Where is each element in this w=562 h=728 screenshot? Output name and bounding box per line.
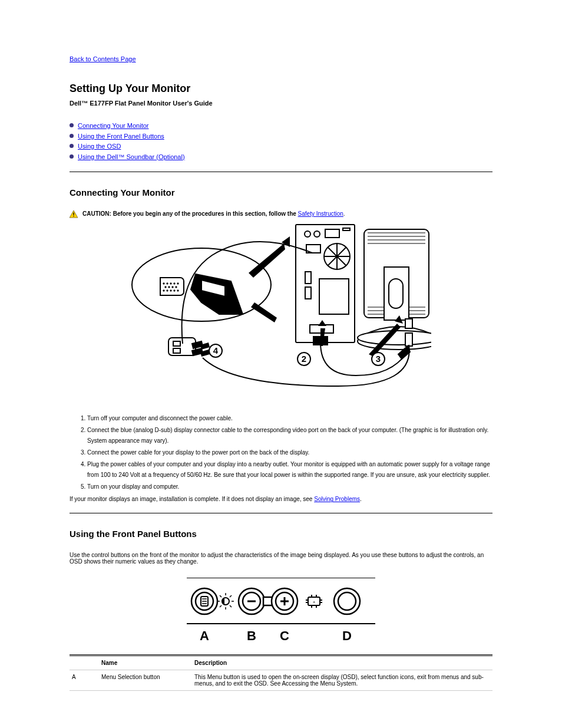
svg-point-37: [177, 283, 178, 284]
solving-problems-link[interactable]: Solving Problems: [314, 496, 360, 502]
svg-point-38: [165, 286, 166, 288]
callout-4: 4: [213, 345, 219, 355]
svg-rect-2: [73, 216, 74, 216]
svg-point-41: [176, 286, 177, 288]
svg-rect-54: [173, 348, 180, 353]
svg-point-102: [338, 592, 356, 610]
panel-label-d: D: [342, 628, 352, 643]
row-desc: This Menu button is used to open the on-…: [192, 670, 492, 691]
svg-rect-31: [405, 333, 412, 346]
svg-rect-7: [343, 228, 350, 230]
svg-point-4: [305, 231, 310, 237]
divider: [70, 513, 492, 513]
after-steps-line: If your monitor displays an image, insta…: [70, 496, 492, 502]
svg-line-82: [220, 605, 222, 607]
svg-point-39: [168, 286, 170, 288]
svg-line-81: [230, 605, 232, 607]
th-name: Name: [99, 655, 192, 670]
svg-point-34: [167, 283, 168, 284]
svg-point-33: [163, 283, 164, 284]
caution-text: CAUTION: Before you begin any of the pro…: [82, 210, 345, 217]
callout-2: 2: [302, 354, 306, 364]
front-panel-note: Use the control buttons on the front of …: [70, 552, 492, 565]
back-to-contents-link[interactable]: Back to Contents Page: [70, 55, 136, 62]
svg-rect-15: [305, 287, 311, 299]
caution-row: CAUTION: Before you begin any of the pro…: [70, 210, 492, 218]
svg-line-83: [230, 595, 232, 597]
row-key: A: [70, 670, 99, 691]
svg-rect-30: [405, 319, 412, 328]
svg-line-84: [220, 595, 222, 597]
svg-point-44: [170, 290, 171, 291]
th-key: [70, 655, 99, 670]
svg-point-42: [163, 290, 164, 291]
svg-rect-53: [173, 341, 180, 346]
install-steps: Turn off your computer and disconnect th…: [70, 413, 492, 492]
divider: [70, 172, 492, 172]
connection-figure: 2 3 4: [131, 220, 431, 409]
step-3: Connect the power cable for your display…: [87, 447, 492, 458]
step-1: Turn off your computer and disconnect th…: [87, 413, 492, 424]
safety-instruction-link[interactable]: Safety Instruction: [298, 210, 343, 217]
panel-label-c: C: [280, 628, 289, 643]
svg-point-43: [167, 290, 168, 291]
svg-rect-26: [389, 279, 403, 308]
nav-link-list: Connecting Your Monitor Using the Front …: [70, 121, 492, 162]
callout-3: 3: [376, 354, 381, 364]
svg-point-40: [172, 286, 173, 288]
svg-point-46: [177, 290, 178, 291]
svg-point-36: [174, 283, 175, 284]
svg-text:+: +: [313, 599, 316, 605]
nav-link-osd[interactable]: Using the OSD: [78, 143, 121, 150]
nav-link-connecting[interactable]: Connecting Your Monitor: [78, 122, 148, 129]
svg-rect-14: [305, 272, 311, 284]
product-line: Dell™ E177FP Flat Panel Monitor User's G…: [70, 100, 492, 107]
svg-point-5: [314, 231, 320, 237]
th-desc: Description: [192, 655, 492, 670]
svg-point-45: [174, 290, 175, 291]
svg-point-35: [170, 283, 171, 284]
svg-rect-1: [73, 213, 74, 215]
svg-marker-51: [251, 302, 277, 322]
warning-icon: [70, 210, 78, 218]
nav-link-front-panel[interactable]: Using the Front Panel Buttons: [78, 133, 164, 140]
step-5: Turn on your display and computer.: [87, 482, 492, 492]
nav-link-soundbar[interactable]: Using the Dell™ Soundbar (Optional): [78, 153, 185, 160]
step-2: Connect the blue (analog D-sub) display …: [87, 425, 492, 446]
table-row: A Menu Selection button This Menu button…: [70, 670, 492, 691]
step-4: Plug the power cables of your computer a…: [87, 459, 492, 480]
front-panel-figure: + A B C D: [187, 578, 375, 648]
section-title-front-panel: Using the Front Panel Buttons: [70, 529, 492, 539]
panel-label-b: B: [247, 628, 256, 643]
panel-label-a: A: [200, 628, 209, 643]
section-title-connecting: Connecting Your Monitor: [70, 187, 492, 197]
row-name: Menu Selection button: [99, 670, 192, 691]
page-title: Setting Up Your Monitor: [70, 83, 492, 95]
control-table: Name Description A Menu Selection button…: [70, 654, 492, 691]
